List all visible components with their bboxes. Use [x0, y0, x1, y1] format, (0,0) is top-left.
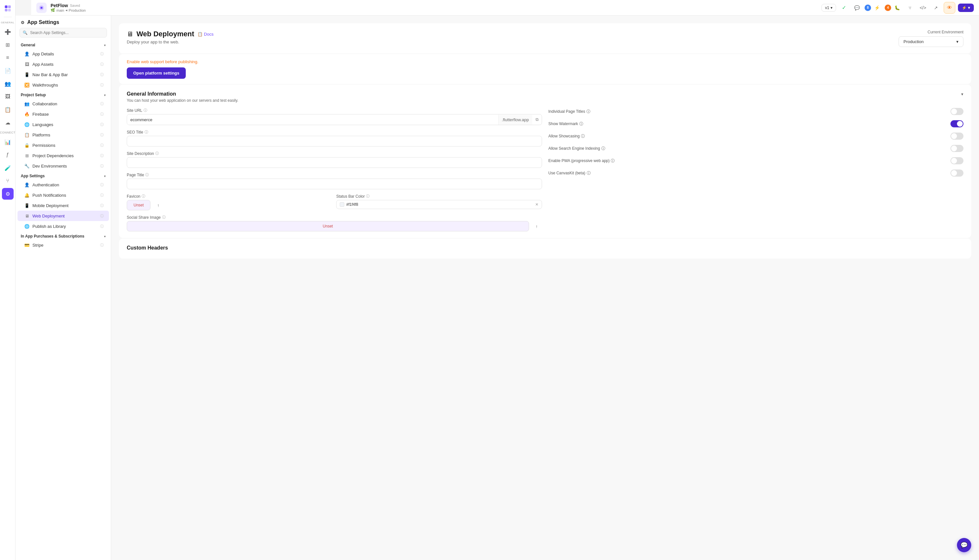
share-icon-btn[interactable]: ⑂ [905, 3, 915, 13]
walkthroughs-info-icon: ⓘ [100, 83, 104, 88]
code-icon-btn[interactable]: </> [918, 3, 928, 13]
blue-badge[interactable]: 8 [865, 5, 871, 11]
docs-link[interactable]: 📋 Docs [197, 32, 213, 37]
use-canvaskit-info: ⓘ [587, 170, 590, 176]
firebase-info-icon: ⓘ [100, 112, 104, 117]
branch-icon: 🌿 [50, 8, 55, 12]
rail-align-icon[interactable]: 📋 [2, 104, 13, 115]
rail-people-icon[interactable]: 👥 [2, 78, 13, 90]
section-collapse-chevron[interactable]: ▾ [961, 92, 964, 97]
rail-git-icon[interactable]: ⑂ [2, 175, 13, 187]
sidebar-item-dev-environments[interactable]: 🔧 Dev Environments ⓘ [18, 161, 109, 171]
section-iap-label: In App Purchases & Subscriptions [21, 234, 84, 238]
chat-icon-btn[interactable]: 💬 [852, 3, 862, 13]
authentication-label: Authentication [32, 182, 59, 187]
bug-icon-btn[interactable]: 🐛 [892, 3, 902, 13]
nav-bar-icon: 📱 [24, 72, 30, 77]
sidebar-item-walkthroughs[interactable]: 🔀 Walkthroughs ⓘ [18, 80, 109, 90]
svg-rect-2 [5, 9, 7, 11]
page-title-input[interactable] [127, 178, 542, 189]
allow-showcasing-toggle[interactable] [951, 133, 964, 140]
open-platform-settings-button[interactable]: Open platform settings [127, 67, 186, 79]
export-icon-btn[interactable]: ↗ [931, 3, 941, 13]
orange-badge[interactable]: 4 [885, 5, 891, 11]
version-button[interactable]: v1 ▾ [821, 4, 836, 12]
rail-add-icon[interactable]: ➕ [2, 26, 13, 38]
allow-search-engine-info: ⓘ [601, 146, 605, 151]
app-logo[interactable] [36, 3, 47, 13]
settings-gear-icon: ⚙ [21, 20, 25, 25]
color-clear-icon[interactable]: ✕ [535, 202, 539, 207]
run-button[interactable]: ⚡ ▾ [958, 3, 974, 12]
sidebar-item-permissions[interactable]: 🔒 Permissions ⓘ [18, 140, 109, 150]
section-project-setup[interactable]: Project Setup ▾ [15, 90, 111, 98]
platforms-label: Platforms [32, 133, 50, 137]
build-icon-btn[interactable]: ⚡ [872, 3, 882, 13]
chat-fab-button[interactable]: 💬 [957, 538, 971, 552]
sidebar-item-platforms[interactable]: 📋 Platforms ⓘ [18, 130, 109, 140]
app-assets-info-icon: ⓘ [100, 62, 104, 67]
sidebar-item-firebase[interactable]: 🔥 Firebase ⓘ [18, 109, 109, 119]
rail-image-icon[interactable]: 🖼 [2, 91, 13, 102]
favicon-info-icon: ⓘ [142, 194, 145, 199]
rail-page-icon[interactable]: 📄 [2, 65, 13, 77]
push-notif-icon: 🔔 [24, 192, 30, 198]
sidebar-item-app-details[interactable]: 👤 App Details ⓘ [18, 48, 109, 59]
rail-table-icon[interactable]: 📊 [2, 136, 13, 148]
favicon-upload-icon[interactable]: ↑ [153, 200, 163, 210]
show-watermark-toggle[interactable] [951, 120, 964, 127]
sidebar-item-stripe[interactable]: 💳 Stripe ⓘ [18, 240, 109, 250]
project-deps-info-icon: ⓘ [100, 153, 104, 158]
sidebar-item-publish-as-library[interactable]: 🌐 Publish as Library ⓘ [18, 221, 109, 232]
sidebar-title: App Settings [27, 20, 59, 25]
env-chevron-icon: ▾ [956, 39, 959, 44]
section-general[interactable]: General ▾ [15, 40, 111, 48]
site-url-input[interactable] [127, 115, 498, 125]
search-input[interactable] [20, 28, 107, 38]
social-share-unset-btn[interactable]: Unset [127, 221, 529, 232]
allow-search-engine-row: Allow Search Engine Indexing ⓘ [549, 145, 964, 152]
seo-title-input[interactable] [127, 136, 542, 147]
sidebar-item-collaboration[interactable]: 👥 Collaboration ⓘ [18, 98, 109, 109]
enable-pwa-toggle[interactable] [951, 157, 964, 164]
favicon-unset-button[interactable]: Unset [127, 200, 150, 210]
env-label: Current Environment [899, 30, 964, 34]
sidebar-item-mobile-deployment[interactable]: 📱 Mobile Deployment ⓘ [18, 200, 109, 211]
section-iap[interactable]: In App Purchases & Subscriptions ▾ [15, 232, 111, 240]
social-share-upload-icon[interactable]: ↑ [532, 221, 542, 232]
collaboration-label: Collaboration [32, 102, 57, 106]
copy-url-icon[interactable]: ⧉ [532, 114, 542, 125]
env-select[interactable]: Production ▾ [899, 36, 964, 47]
sidebar-item-push-notifications[interactable]: 🔔 Push Notifications ⓘ [18, 190, 109, 200]
connect-label: Connect [0, 130, 15, 135]
rail-func-icon[interactable]: ƒ [2, 149, 13, 161]
rail-cloud-icon[interactable]: ☁ [2, 117, 13, 128]
section-project-chevron: ▾ [104, 93, 106, 97]
sidebar-item-nav-bar[interactable]: 📱 Nav Bar & App Bar ⓘ [18, 69, 109, 80]
site-url-field: .flutterflow.app ⧉ [127, 114, 542, 125]
section-app-settings[interactable]: App Settings ▾ [15, 171, 111, 180]
individual-page-titles-toggle[interactable] [951, 108, 964, 115]
allow-search-engine-toggle[interactable] [951, 145, 964, 152]
sidebar-item-project-dependencies[interactable]: ⊞ Project Dependencies ⓘ [18, 150, 109, 161]
search-icon: 🔍 [23, 30, 28, 35]
sidebar-item-languages[interactable]: 🌐 Languages ⓘ [18, 119, 109, 130]
rail-grid-icon[interactable]: ⊞ [2, 39, 13, 50]
rail-test-icon[interactable]: 🧪 [2, 162, 13, 174]
rail-logo-icon[interactable] [2, 3, 13, 14]
use-canvaskit-toggle[interactable] [951, 170, 964, 177]
top-bar-right: v1 ▾ ✓ 💬 8 ⚡ 4 🐛 ⑂ </> ↗ 👁 ⚡ ▾ [821, 2, 974, 13]
check-icon-btn[interactable]: ✓ [839, 3, 849, 13]
status-bar-color-field[interactable]: #f1f4f8 ✕ [336, 200, 542, 209]
sidebar-item-authentication[interactable]: 👤 Authentication ⓘ [18, 180, 109, 190]
sidebar-item-app-assets[interactable]: 🖼 App Assets ⓘ [18, 59, 109, 69]
publish-lib-icon: 🌐 [24, 223, 30, 229]
rail-settings-icon[interactable]: ⚙ [2, 188, 13, 200]
rail-list-icon[interactable]: ≡ [2, 52, 13, 63]
authentication-info-icon: ⓘ [100, 182, 104, 187]
site-desc-input[interactable] [127, 157, 542, 168]
preview-eye-button[interactable]: 👁 [944, 2, 955, 13]
stripe-label: Stripe [32, 243, 43, 248]
panel-header-left: 🖥 Web Deployment 📋 Docs Deploy your app … [127, 30, 213, 44]
sidebar-item-web-deployment[interactable]: 🖥 Web Deployment ⓘ [18, 211, 109, 221]
